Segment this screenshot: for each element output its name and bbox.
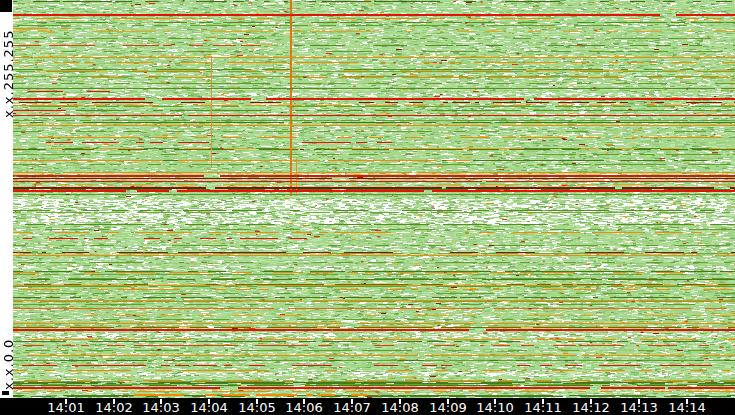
y-axis-origin-tick xyxy=(2,391,9,395)
x-axis-tick-label: 14:10 xyxy=(476,400,513,415)
heatmap-plot-area xyxy=(0,0,735,398)
x-axis-tick-label: 14:01 xyxy=(47,400,84,415)
x-axis-tick-label: 14:09 xyxy=(429,400,466,415)
x-axis-tick-label: 14:03 xyxy=(142,400,179,415)
y-axis-min-label: x.x.0.0 xyxy=(1,339,16,390)
x-axis-tick-label: 14:12 xyxy=(572,400,609,415)
x-axis-tick-label: 14:06 xyxy=(285,400,322,415)
x-axis-tick-label: 14:08 xyxy=(381,400,418,415)
x-axis-tick-label: 14:14 xyxy=(668,400,705,415)
x-axis-tick-label: 14:13 xyxy=(620,400,657,415)
y-axis-min-label-text: x.x.0.0 xyxy=(1,339,16,390)
x-axis-tick-label: 14:07 xyxy=(333,400,370,415)
x-axis-strip: 14:0114:0214:0314:0414:0514:0614:0714:08… xyxy=(0,398,735,415)
y-axis-max-label: x.x.255.255 xyxy=(1,30,16,118)
x-axis-tick-label: 14:05 xyxy=(238,400,275,415)
y-axis-max-label-text: x.x.255.255 xyxy=(1,30,16,118)
x-axis-tick-label: 14:11 xyxy=(524,400,561,415)
x-axis-tick-label: 14:04 xyxy=(190,400,227,415)
x-axis-tick-label: 14:02 xyxy=(95,400,132,415)
ip-scan-visualization: x.x.255.255 x.x.0.0 14:0114:0214:0314:04… xyxy=(0,0,735,415)
axis-corner-marker xyxy=(0,0,12,12)
